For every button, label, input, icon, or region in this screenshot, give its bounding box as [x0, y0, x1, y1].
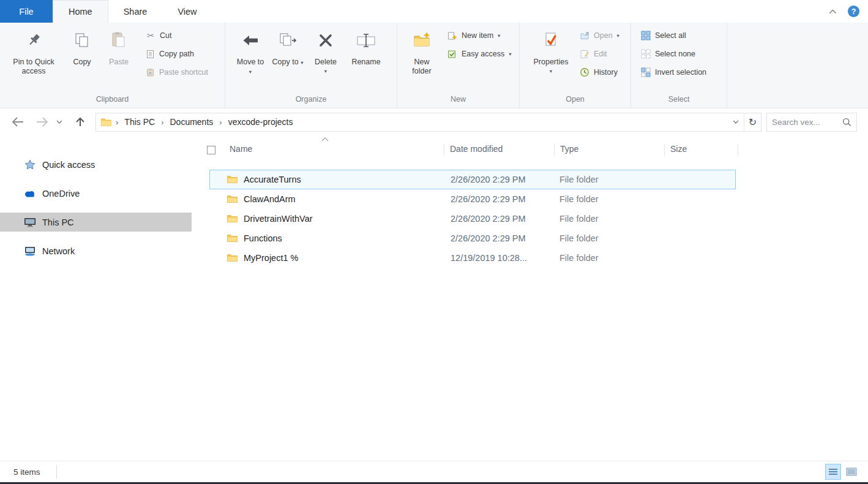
- new-folder-icon: [413, 31, 431, 55]
- file-name: DrivetrainWithVar: [244, 214, 313, 224]
- tab-share[interactable]: Share: [108, 0, 163, 23]
- thumbnail-view-button[interactable]: [844, 464, 859, 480]
- copy-button[interactable]: Copy: [66, 24, 98, 67]
- folder-icon: [227, 175, 238, 184]
- select-group-label: Select: [631, 93, 727, 108]
- organize-group-label: Organize: [225, 93, 397, 108]
- copy-path-button[interactable]: Copy path: [142, 45, 212, 63]
- column-header-size[interactable]: Size: [670, 144, 687, 154]
- file-date-modified: 2/26/2020 2:29 PM: [451, 194, 526, 204]
- pin-to-quick-access-button[interactable]: Pin to Quick access: [11, 24, 56, 76]
- new-folder-button[interactable]: New folder: [406, 24, 438, 76]
- file-rows: AccurateTurns 2/26/2020 2:29 PM File fol…: [202, 170, 868, 268]
- sidebar-item-this-pc[interactable]: This PC: [0, 213, 192, 232]
- tab-file[interactable]: File: [0, 0, 53, 23]
- recent-locations-chevron-icon[interactable]: [54, 112, 65, 132]
- delete-button[interactable]: Delete▾: [310, 24, 342, 74]
- tab-view[interactable]: View: [162, 0, 212, 23]
- collapse-ribbon-icon[interactable]: [829, 9, 837, 14]
- copy-to-button[interactable]: Copy to ▾: [272, 24, 304, 67]
- file-row-functions[interactable]: Functions 2/26/2020 2:29 PM File folder: [209, 229, 736, 248]
- paste-icon: [110, 31, 128, 55]
- address-input-box[interactable]: › This PC › Documents › vexcode-projects…: [95, 113, 761, 132]
- details-view-button[interactable]: [825, 464, 841, 480]
- sidebar-item-onedrive[interactable]: OneDrive: [0, 184, 194, 203]
- file-name: ClawAndArm: [244, 194, 296, 204]
- edit-button[interactable]: Edit: [576, 45, 623, 63]
- copy-path-label: Copy path: [159, 50, 194, 58]
- file-type: File folder: [559, 253, 599, 263]
- column-divider[interactable]: [554, 144, 555, 156]
- open-icon: [580, 31, 589, 40]
- new-item-button[interactable]: New item ▾: [444, 26, 515, 45]
- file-type: File folder: [559, 175, 599, 184]
- rename-button[interactable]: Rename: [348, 24, 384, 67]
- paste-shortcut-button[interactable]: Paste shortcut: [142, 63, 212, 81]
- history-button[interactable]: History: [576, 63, 623, 81]
- file-row-drivetrainwithvar[interactable]: DrivetrainWithVar 2/26/2020 2:29 PM File…: [209, 209, 736, 229]
- file-row-accurateturns[interactable]: AccurateTurns 2/26/2020 2:29 PM File fol…: [209, 170, 736, 189]
- column-divider[interactable]: [738, 144, 738, 156]
- rename-label: Rename: [351, 58, 380, 67]
- easy-access-button[interactable]: Easy access ▾: [444, 45, 515, 63]
- back-button[interactable]: [9, 112, 27, 132]
- properties-button[interactable]: Properties▾: [531, 24, 571, 74]
- breadcrumb-separator[interactable]: ›: [157, 118, 168, 127]
- select-none-button[interactable]: Select none: [637, 45, 710, 63]
- cut-button[interactable]: ✂ Cut: [142, 26, 212, 45]
- tab-view-label: View: [178, 7, 196, 17]
- onedrive-cloud-icon: [23, 189, 37, 197]
- new-group-label: New: [397, 93, 519, 108]
- select-all-checkbox[interactable]: [207, 146, 215, 154]
- sidebar-item-quick-access[interactable]: Quick access: [0, 155, 194, 174]
- move-to-button[interactable]: Move to ▾: [235, 24, 266, 76]
- cut-icon: ✂: [146, 31, 155, 40]
- file-name: AccurateTurns: [244, 175, 301, 184]
- invert-selection-button[interactable]: Invert selection: [637, 63, 710, 81]
- sidebar-item-network[interactable]: Network: [0, 241, 194, 260]
- dropdown-arrow: ▾: [324, 69, 327, 74]
- address-dropdown-chevron-icon[interactable]: [728, 113, 744, 131]
- easy-access-icon: [447, 50, 457, 59]
- copy-to-label: Copy to: [272, 58, 299, 66]
- search-icon[interactable]: [842, 118, 851, 127]
- tab-home[interactable]: Home: [53, 0, 108, 23]
- cut-label: Cut: [160, 31, 171, 40]
- open-button[interactable]: Open ▾: [576, 26, 623, 45]
- column-divider[interactable]: [444, 144, 444, 156]
- file-name: MyProject1 %: [244, 253, 298, 263]
- open-label: Open: [594, 31, 613, 40]
- search-input[interactable]: [772, 118, 842, 127]
- file-row-clawandarm[interactable]: ClawAndArm 2/26/2020 2:29 PM File folder: [209, 189, 736, 209]
- search-box[interactable]: [766, 113, 857, 132]
- file-type: File folder: [559, 214, 599, 224]
- breadcrumb-separator[interactable]: ›: [111, 118, 122, 127]
- breadcrumb-this-pc[interactable]: This PC: [122, 117, 157, 127]
- select-none-label: Select none: [655, 50, 695, 58]
- sidebar-network-label: Network: [42, 246, 75, 256]
- column-divider[interactable]: [664, 144, 665, 156]
- paste-button[interactable]: Paste: [103, 24, 135, 67]
- ribbon: Pin to Quick access Copy Paste ✂ Cut: [0, 23, 868, 108]
- column-header-date-modified[interactable]: Date modified: [450, 144, 503, 154]
- forward-button[interactable]: [33, 112, 51, 132]
- breadcrumb-documents[interactable]: Documents: [168, 117, 215, 127]
- breadcrumb-separator[interactable]: ›: [215, 118, 226, 127]
- history-label: History: [594, 68, 618, 77]
- address-bar: › This PC › Documents › vexcode-projects…: [0, 109, 868, 135]
- file-row-myproject1[interactable]: MyProject1 % 12/19/2019 10:28... File fo…: [209, 248, 736, 268]
- help-icon[interactable]: ?: [848, 6, 859, 17]
- tab-bar: File Home Share View ?: [0, 0, 868, 23]
- column-header-type[interactable]: Type: [560, 144, 578, 154]
- ribbon-group-clipboard: Pin to Quick access Copy Paste ✂ Cut: [0, 23, 225, 108]
- invert-selection-label: Invert selection: [655, 68, 706, 77]
- file-type: File folder: [559, 194, 599, 204]
- dropdown-arrow: ▾: [550, 69, 552, 74]
- file-date-modified: 12/19/2019 10:28...: [451, 253, 527, 263]
- items-count: 5 items: [13, 467, 40, 477]
- column-header-name[interactable]: Name: [230, 144, 252, 154]
- breadcrumb-current-folder[interactable]: vexcode-projects: [226, 117, 295, 127]
- refresh-icon[interactable]: ↻: [744, 113, 761, 131]
- up-button[interactable]: [71, 112, 89, 132]
- select-all-button[interactable]: Select all: [637, 26, 710, 45]
